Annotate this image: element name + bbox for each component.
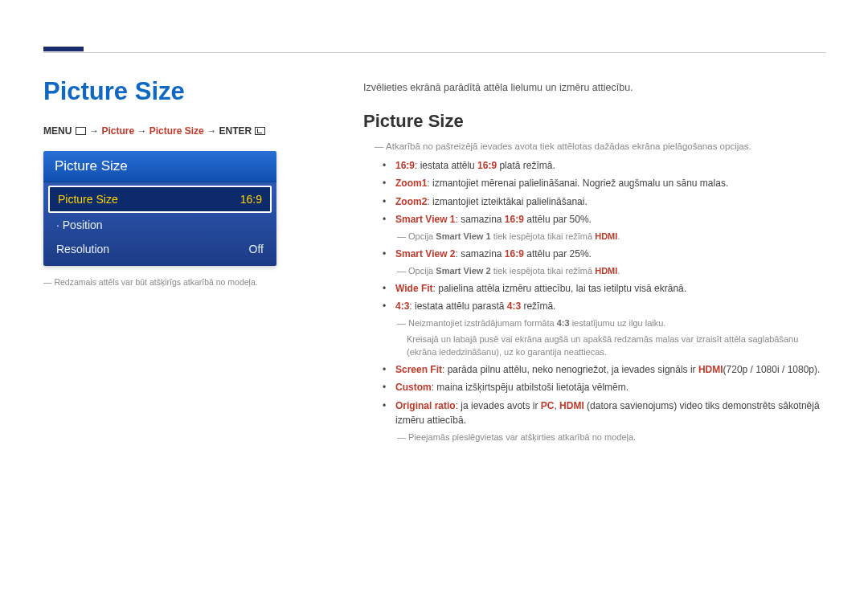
menu-label: MENU xyxy=(43,125,72,137)
osd-row-label: Picture Size xyxy=(58,193,118,206)
osd-header: Picture Size xyxy=(43,151,276,182)
osd-row-value: Off xyxy=(249,243,264,255)
intro-text: Izvēlieties ekrānā parādītā attēla lielu… xyxy=(363,82,825,93)
smartview1-note: Opcija Smart View 1 tiek iespējota tikai… xyxy=(397,231,825,243)
osd-panel: Picture Size Picture Size 16:9 Position … xyxy=(43,151,276,266)
opt-custom: Custom: maina izšķirtspēju atbilstoši li… xyxy=(386,380,825,395)
menu-icon xyxy=(76,127,86,135)
enter-label: ENTER xyxy=(219,125,252,137)
smartview2-note: Opcija Smart View 2 tiek iespējota tikai… xyxy=(397,265,825,278)
opt-smartview2: Smart View 2: samazina 16:9 attēlu par 2… xyxy=(386,247,825,262)
osd-row-label: Position xyxy=(56,219,103,231)
opt-widefit: Wide Fit: palielina attēla izmēru attiec… xyxy=(386,281,825,296)
path-picture-size: Picture Size xyxy=(149,125,204,137)
opt-smartview1: Smart View 1: samazina 16:9 attēlu par 5… xyxy=(386,212,825,227)
osd-row-picture-size[interactable]: Picture Size 16:9 xyxy=(48,186,272,213)
right-column: Izvēlieties ekrānā parādītā attēla lielu… xyxy=(363,82,825,447)
path-picture: Picture xyxy=(101,125,134,137)
osd-body: Picture Size 16:9 Position Resolution Of… xyxy=(43,182,276,266)
opt-16-9: 16:9: iestata attēlu 16:9 platā režīmā. xyxy=(386,158,825,174)
arrow: → xyxy=(89,125,101,137)
opt-zoom1: Zoom1: izmantojiet mērenai palielināšana… xyxy=(386,176,825,191)
section-heading: Picture Size xyxy=(363,111,825,132)
opt-4-3: 4:3: iestata attēlu parastā 4:3 režīmā. xyxy=(386,299,825,314)
section-note: Atkarībā no pašreizējā ievades avota tie… xyxy=(375,140,825,153)
options-list-cont3: Screen Fit: parāda pilnu attēlu, neko ne… xyxy=(386,362,825,428)
model-footnote: Redzamais attēls var būt atšķirīgs atkar… xyxy=(43,277,293,287)
top-horizontal-rule xyxy=(43,52,826,53)
left-column: Picture Size MENU → Picture → Picture Si… xyxy=(43,77,293,287)
arrow: → xyxy=(137,125,149,137)
page-title: Picture Size xyxy=(43,77,293,106)
osd-row-value: 16:9 xyxy=(240,193,262,206)
top-accent-bar xyxy=(43,47,84,51)
osd-row-label: Resolution xyxy=(56,243,109,255)
4-3-note-line2: Kreisajā un labajā pusē vai ekrāna augšā… xyxy=(407,333,825,359)
options-list-cont: Smart View 2: samazina 16:9 attēlu par 2… xyxy=(386,247,825,262)
options-list-cont2: Wide Fit: palielina attēla izmēru attiec… xyxy=(386,281,825,314)
options-list: 16:9: iestata attēlu 16:9 platā režīmā. … xyxy=(386,158,825,227)
opt-screenfit: Screen Fit: parāda pilnu attēlu, neko ne… xyxy=(386,362,825,378)
opt-zoom2: Zoom2: izmantojiet izteiktākai palielinā… xyxy=(386,194,825,210)
menu-path: MENU → Picture → Picture Size → ENTER xyxy=(43,125,293,137)
osd-row-position[interactable]: Position xyxy=(48,213,272,237)
4-3-note-line1: Neizmantojiet izstrādājumam formāta 4:3 … xyxy=(397,317,825,330)
osd-row-resolution[interactable]: Resolution Off xyxy=(48,237,272,261)
arrow: → xyxy=(207,125,219,137)
ports-note: Pieejamās pieslēgvietas var atšķirties a… xyxy=(397,431,825,444)
enter-icon xyxy=(255,127,265,135)
opt-original-ratio: Original ratio: ja ievades avots ir PC, … xyxy=(386,398,825,428)
